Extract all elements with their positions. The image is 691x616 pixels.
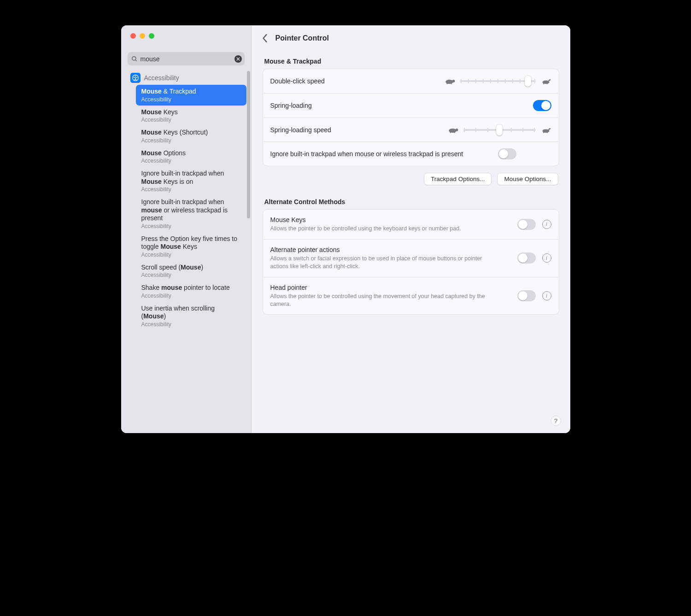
search-icon <box>131 56 138 62</box>
alternate-item-toggle[interactable] <box>517 290 536 301</box>
search-result-title: Mouse Keys <box>141 108 241 117</box>
tortoise-icon <box>445 77 456 85</box>
help-button[interactable]: ? <box>551 416 561 426</box>
search-result-title: Mouse Keys (Shortcut) <box>141 129 241 137</box>
alternate-item-desc: Allows the pointer to be controlled usin… <box>270 293 492 308</box>
spring-loading-speed-slider[interactable] <box>463 125 536 135</box>
mouse-options-button[interactable]: Mouse Options... <box>497 173 558 185</box>
search-result-title: Ignore built-in trackpad when mouse or w… <box>141 198 241 223</box>
svg-point-5 <box>135 76 135 76</box>
alternate-item-row: Mouse KeysAllows the pointer to be contr… <box>263 210 559 239</box>
section-title-alternate: Alternate Control Methods <box>264 198 557 205</box>
clear-search-button[interactable] <box>234 55 242 63</box>
svg-rect-8 <box>446 83 447 84</box>
search-result-title: Mouse & Trackpad <box>141 88 241 96</box>
content: Mouse & Trackpad Double-click speed <box>252 51 570 433</box>
info-button[interactable]: i <box>542 253 551 263</box>
search-result-subtitle: Accessibility <box>141 252 241 258</box>
search-result-title: Mouse Options <box>141 149 241 158</box>
scrollbar[interactable] <box>247 71 250 218</box>
spring-loading-row: Spring-loading <box>263 93 559 117</box>
window-controls <box>121 25 251 47</box>
search-result-item[interactable]: Ignore built-in trackpad when Mouse Keys… <box>136 167 246 195</box>
search-result-subtitle: Accessibility <box>141 137 241 144</box>
hare-icon <box>540 77 551 85</box>
search-result-item[interactable]: Use inertia when scrolling (Mouse)Access… <box>136 302 246 330</box>
search-result-subtitle: Accessibility <box>141 96 241 103</box>
trackpad-options-button[interactable]: Trackpad Options... <box>424 173 492 185</box>
double-click-speed-slider-wrap <box>445 76 551 86</box>
search-result-title: Scroll speed (Mouse) <box>141 264 241 272</box>
search-result-title: Use inertia when scrolling (Mouse) <box>141 305 241 321</box>
spring-loading-speed-row: Spring-loading speed <box>263 117 559 141</box>
svg-rect-11 <box>543 83 544 84</box>
spring-loading-toggle[interactable] <box>533 100 551 111</box>
sidebar: Accessibility Mouse & TrackpadAccessibil… <box>121 25 252 433</box>
minimize-window-button[interactable] <box>140 33 145 39</box>
mouse-trackpad-button-row: Trackpad Options... Mouse Options... <box>264 173 558 185</box>
search-result-title: Ignore built-in trackpad when Mouse Keys… <box>141 170 241 186</box>
hare-icon <box>540 126 551 134</box>
search-result-subtitle: Accessibility <box>141 223 241 229</box>
info-button[interactable]: i <box>542 220 551 229</box>
alternate-item-row: Alternate pointer actionsAllows a switch… <box>263 239 559 277</box>
double-click-speed-label: Double-click speed <box>270 77 325 85</box>
page-title: Pointer Control <box>275 34 329 42</box>
search-result-subtitle: Accessibility <box>141 158 241 164</box>
result-parent[interactable]: Accessibility <box>126 71 246 85</box>
svg-line-1 <box>135 59 136 61</box>
search-results: Accessibility Mouse & TrackpadAccessibil… <box>121 69 251 433</box>
search-result-item[interactable]: Shake mouse pointer to locateAccessibili… <box>136 281 246 302</box>
double-click-speed-slider[interactable] <box>460 76 536 86</box>
close-icon <box>236 57 240 61</box>
search-result-subtitle: Accessibility <box>141 321 241 328</box>
alternate-item-desc: Allows the pointer to be controlled usin… <box>270 225 492 233</box>
alternate-item-desc: Allows a switch or facial expression to … <box>270 255 492 270</box>
search-result-item[interactable]: Ignore built-in trackpad when mouse or w… <box>136 195 246 232</box>
alternate-card: Mouse KeysAllows the pointer to be contr… <box>263 209 559 315</box>
alternate-item-row: Head pointerAllows the pointer to be con… <box>263 277 559 315</box>
svg-rect-9 <box>451 83 451 84</box>
ignore-trackpad-row: Ignore built-in trackpad when mouse or w… <box>263 141 559 166</box>
alternate-item-title: Alternate pointer actions <box>270 246 511 253</box>
info-button[interactable]: i <box>542 291 551 300</box>
svg-rect-16 <box>454 131 455 133</box>
close-window-button[interactable] <box>130 33 136 39</box>
ignore-trackpad-label: Ignore built-in trackpad when mouse or w… <box>270 150 492 158</box>
settings-window: Accessibility Mouse & TrackpadAccessibil… <box>121 25 570 433</box>
svg-point-7 <box>452 80 455 82</box>
fullscreen-window-button[interactable] <box>149 33 154 39</box>
search-result-item[interactable]: Press the Option key five times to toggl… <box>136 232 246 261</box>
svg-point-0 <box>132 56 135 60</box>
spring-loading-speed-slider-wrap <box>448 125 551 135</box>
alternate-item-title: Mouse Keys <box>270 216 511 223</box>
main-panel: Pointer Control Mouse & Trackpad Double-… <box>252 25 570 433</box>
alternate-item-toggle[interactable] <box>517 219 536 230</box>
result-parent-label: Accessibility <box>144 74 179 82</box>
ignore-trackpad-toggle[interactable] <box>498 148 516 159</box>
double-click-speed-row: Double-click speed <box>263 69 559 93</box>
alternate-item-toggle[interactable] <box>517 252 536 264</box>
svg-rect-15 <box>450 131 451 133</box>
back-button[interactable] <box>260 33 270 43</box>
search-field[interactable] <box>128 52 245 65</box>
search-result-item[interactable]: Mouse Keys (Shortcut)Accessibility <box>136 126 246 147</box>
search-result-subtitle: Accessibility <box>141 117 241 123</box>
search-result-subtitle: Accessibility <box>141 186 241 193</box>
tortoise-icon <box>448 126 459 134</box>
search-result-item[interactable]: Scroll speed (Mouse)Accessibility <box>136 261 246 282</box>
search-result-item[interactable]: Mouse & TrackpadAccessibility <box>136 85 246 106</box>
search-result-item[interactable]: Mouse KeysAccessibility <box>136 106 246 126</box>
search-result-title: Shake mouse pointer to locate <box>141 284 241 292</box>
search-input[interactable] <box>138 55 234 63</box>
accessibility-icon <box>130 73 141 83</box>
spring-loading-label: Spring-loading <box>270 102 527 109</box>
section-title-mouse-trackpad: Mouse & Trackpad <box>264 58 557 65</box>
svg-rect-19 <box>546 131 547 133</box>
search-result-subtitle: Accessibility <box>141 272 241 278</box>
mouse-trackpad-card: Double-click speed <box>263 69 559 166</box>
svg-rect-12 <box>546 83 547 84</box>
search-result-item[interactable]: Mouse OptionsAccessibility <box>136 147 246 167</box>
alternate-item-title: Head pointer <box>270 284 511 291</box>
search-result-subtitle: Accessibility <box>141 293 241 299</box>
